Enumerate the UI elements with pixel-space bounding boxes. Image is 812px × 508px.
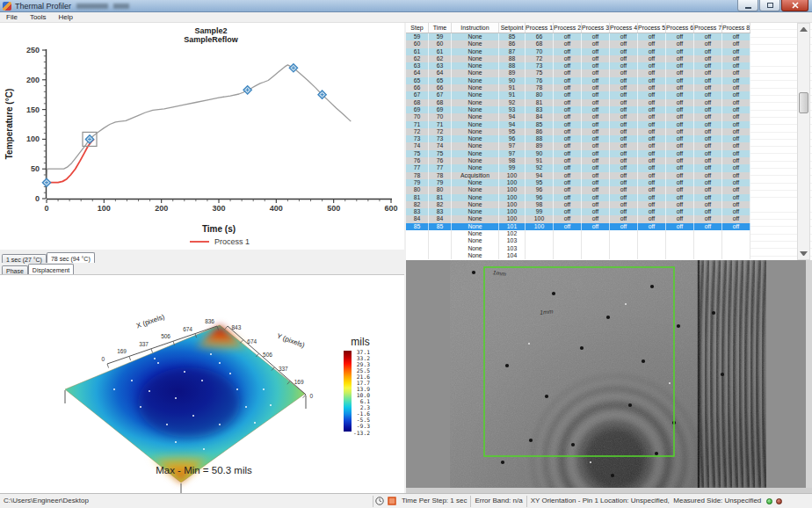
table-row[interactable]: 6060None8668offoffoffoffoffoffoff xyxy=(406,40,750,47)
table-row[interactable]: 8484None100100offoffoffoffoffoffoff xyxy=(406,215,750,222)
table-row[interactable]: 7171None9485offoffoffoffoffoffoff xyxy=(406,121,750,128)
table-cell: off xyxy=(638,55,666,62)
scrollbar-thumb[interactable] xyxy=(799,92,808,113)
column-header[interactable]: Step xyxy=(406,23,429,33)
table-row[interactable]: None103 xyxy=(406,237,750,244)
column-header[interactable]: Setpoint xyxy=(499,23,526,33)
table-row[interactable]: 8383None10099offoffoffoffoffoffoff xyxy=(406,208,750,215)
table-cell: off xyxy=(666,142,694,149)
data-point-marker[interactable] xyxy=(42,178,50,186)
table-cell: off xyxy=(638,77,666,84)
svg-text:843: 843 xyxy=(232,324,242,330)
column-header[interactable]: Process 6 xyxy=(666,23,694,33)
close-button[interactable] xyxy=(781,0,808,11)
table-row[interactable]: 7979None10095offoffoffoffoffoffoff xyxy=(406,179,750,186)
menu-file[interactable]: File xyxy=(0,12,24,23)
table-cell: 60 xyxy=(429,40,452,47)
svg-text:674: 674 xyxy=(247,338,257,345)
column-header[interactable]: Process 2 xyxy=(554,23,582,33)
table-cell: off xyxy=(722,77,750,84)
table-cell: off xyxy=(638,194,666,201)
table-row[interactable]: 7272None9586offoffoffoffoffoffoff xyxy=(406,128,750,135)
table-row[interactable]: 7878Acquisition10094offoffoffoffoffoffof… xyxy=(406,172,750,179)
table-row[interactable]: 6363None8873offoffoffoffoffoffoff xyxy=(406,62,750,69)
table-cell: off xyxy=(554,128,582,135)
table-row[interactable]: 6565None9076offoffoffoffoffoffoff xyxy=(406,77,750,84)
table-row[interactable]: 6868None9281offoffoffoffoffoffoff xyxy=(406,99,750,106)
tab-phase[interactable]: Phase xyxy=(2,265,28,274)
column-header[interactable]: Process 8 xyxy=(722,23,750,33)
table-row[interactable]: 8282None10098offoffoffoffoffoffoff xyxy=(406,201,750,208)
tab-displacement[interactable]: Displacement xyxy=(28,264,74,274)
table-row[interactable]: 7474None9789offoffoffoffoffoffoff xyxy=(406,142,750,149)
scroll-up-arrow-icon[interactable] xyxy=(800,27,808,32)
column-header[interactable]: Process 3 xyxy=(582,23,610,33)
table-row[interactable]: None103 xyxy=(406,245,750,252)
menu-help[interactable]: Help xyxy=(53,12,79,23)
table-row[interactable]: 6464None8975offoffoffoffoffoffoff xyxy=(406,69,750,76)
redacted-text xyxy=(113,4,129,9)
maximize-button[interactable] xyxy=(759,0,780,11)
table-row[interactable]: None102 xyxy=(406,230,750,237)
minimize-icon xyxy=(745,7,751,9)
title-bar[interactable]: Thermal Profiler xyxy=(0,0,812,12)
table-row[interactable]: 8181None10096offoffoffoffoffoffoff xyxy=(406,194,750,201)
table-cell: 77 xyxy=(406,164,429,171)
menu-tools[interactable]: Tools xyxy=(24,12,53,23)
colorbar-labels: mils37.133.229.325.521.617.713.910.06.12… xyxy=(351,336,370,436)
data-point-marker[interactable] xyxy=(243,86,251,94)
table-cell: off xyxy=(554,223,582,230)
table-cell: off xyxy=(554,142,582,149)
table-row[interactable]: None104 xyxy=(406,252,750,259)
table-row[interactable]: 7575None9790offoffoffoffoffoffoff xyxy=(406,150,750,157)
table-cell: off xyxy=(610,33,638,40)
column-header[interactable]: Process 7 xyxy=(694,23,722,33)
table-row[interactable]: 7070None9484offoffoffoffoffoffoff xyxy=(406,113,750,120)
table-cell: off xyxy=(694,91,722,98)
table-cell: off xyxy=(638,62,666,69)
column-header[interactable]: Process 1 xyxy=(526,23,554,33)
table-row[interactable]: 6161None8770offoffoffoffoffoffoff xyxy=(406,48,750,55)
app-icon xyxy=(3,2,11,11)
window-title: Thermal Profiler xyxy=(15,2,71,11)
table-row[interactable]: 8080None10096offoffoffoffoffoffoff xyxy=(406,186,750,193)
table-row[interactable]: 6262None8872offoffoffoffoffoffoff xyxy=(406,55,750,62)
table-cell: off xyxy=(694,113,722,120)
table-cell: 68 xyxy=(406,99,429,106)
table-cell xyxy=(526,230,554,237)
table-cell: None xyxy=(452,164,499,171)
table-row[interactable]: 5959None8566offoffoffoffoffoffoff xyxy=(406,33,750,40)
table-row[interactable]: 6666None9178offoffoffoffoffoffoff xyxy=(406,84,750,91)
table-cell xyxy=(666,237,694,244)
tab-frame-78sec[interactable]: 78 sec (94 °C) xyxy=(47,252,95,263)
table-row[interactable]: 7777None9992offoffoffoffoffoffoff xyxy=(406,164,750,171)
table-cell xyxy=(429,237,452,244)
table-cell: off xyxy=(666,55,694,62)
table-row[interactable]: 6969None9383offoffoffoffoffoffoff xyxy=(406,106,750,113)
status-bar: C:\Users\Engineer\Desktop Time Per Step:… xyxy=(0,493,812,508)
table-cell: 85 xyxy=(499,33,526,40)
table-cell: off xyxy=(582,215,610,222)
table-cell: off xyxy=(610,179,638,186)
table-cell: 89 xyxy=(526,142,554,149)
surface-caption: Max - Min = 50.3 mils xyxy=(156,465,252,475)
column-header[interactable]: Instruction xyxy=(452,23,499,33)
column-header[interactable]: Process 4 xyxy=(610,23,638,33)
table-cell: off xyxy=(638,33,666,40)
table-cell: off xyxy=(722,113,750,120)
table-row[interactable]: 8585None101100offoffoffoffoffoffoff xyxy=(406,223,750,230)
table-row[interactable]: 7373None9688offoffoffoffoffoffoff xyxy=(406,135,750,142)
table-scrollbar[interactable] xyxy=(797,23,810,260)
table-cell: off xyxy=(694,69,722,76)
table-cell: off xyxy=(666,84,694,91)
table-cell: 81 xyxy=(406,194,429,201)
tab-frame-1sec[interactable]: 1 sec (27 °C) xyxy=(2,254,47,263)
scroll-down-arrow-icon[interactable] xyxy=(800,251,808,256)
table-row[interactable]: 7676None9891offoffoffoffoffoffoff xyxy=(406,157,750,164)
minimize-button[interactable] xyxy=(737,0,758,11)
table-cell: off xyxy=(610,186,638,193)
column-header[interactable]: Process 5 xyxy=(638,23,666,33)
table-cell: 100 xyxy=(499,186,526,193)
column-header[interactable]: Time xyxy=(429,23,452,33)
table-row[interactable]: 6767None9180offoffoffoffoffoffoff xyxy=(406,91,750,98)
